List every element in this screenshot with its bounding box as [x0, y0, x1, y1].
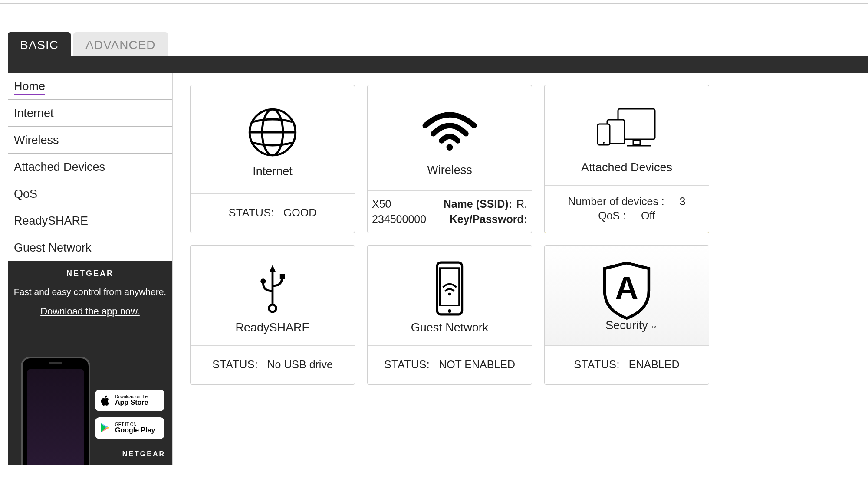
svg-text:A: A [615, 270, 638, 306]
card-title: ReadySHARE [235, 321, 309, 334]
svg-rect-8 [598, 124, 610, 145]
sidebar-item-label: Guest Network [14, 241, 92, 254]
sidebar-item-guest-network[interactable]: Guest Network [8, 234, 172, 261]
apple-icon [99, 394, 112, 406]
svg-point-17 [448, 309, 451, 313]
qos-label: QoS : [598, 210, 626, 222]
card-title: Security [605, 319, 648, 332]
sidebar: Home Internet Wireless Attached Devices … [8, 73, 173, 465]
sidebar-item-label: Attached Devices [14, 160, 105, 174]
card-title: Guest Network [411, 321, 489, 334]
top-tabs: BASIC ADVANCED [8, 32, 868, 56]
sidebar-item-label: QoS [14, 187, 37, 200]
promo-sub: Fast and easy control from anywhere. [13, 286, 167, 298]
sidebar-item-label: Home [14, 80, 45, 95]
card-internet[interactable]: Internet STATUS: GOOD [190, 85, 355, 233]
status-value: No USB drive [267, 358, 332, 371]
card-security[interactable]: A Security ™ STATUS: ENABLED [544, 245, 709, 385]
tab-basic[interactable]: BASIC [8, 32, 71, 56]
device-count-label: Number of devices : [568, 195, 664, 207]
card-title: Internet [253, 165, 293, 178]
security-shield-icon: A [598, 262, 655, 319]
svg-rect-5 [633, 140, 640, 144]
googleplay-icon [99, 422, 112, 434]
card-title: Attached Devices [581, 161, 672, 174]
usb-icon [253, 260, 292, 317]
status-value: NOT ENABLED [439, 358, 515, 371]
sidebar-item-label: ReadySHARE [14, 214, 88, 227]
trademark-icon: ™ [651, 324, 657, 331]
sidebar-item-attached-devices[interactable]: Attached Devices [8, 154, 172, 180]
sidebar-item-home[interactable]: Home [8, 73, 172, 100]
devices-icon [594, 100, 659, 157]
promo-panel: NETGEAR Fast and easy control from anywh… [8, 261, 172, 465]
status-label: STATUS: [212, 358, 258, 371]
status-value: GOOD [283, 206, 316, 219]
tab-advanced[interactable]: ADVANCED [73, 32, 168, 56]
sidebar-item-internet[interactable]: Internet [8, 100, 172, 127]
tabbar-strip [8, 56, 868, 73]
main-content: Internet STATUS: GOOD Wireless [173, 73, 868, 465]
wireless-key-value-left: 234500000 [372, 213, 426, 226]
svg-point-12 [269, 305, 276, 312]
status-label: STATUS: [384, 358, 430, 371]
promo-footer-brand: NETGEAR [122, 450, 165, 458]
status-value: ENABLED [629, 358, 680, 371]
card-readyshare[interactable]: ReadySHARE STATUS: No USB drive [190, 245, 355, 385]
googleplay-button[interactable]: GET IT ONGoogle Play [95, 417, 164, 439]
sidebar-item-wireless[interactable]: Wireless [8, 127, 172, 154]
appstore-button[interactable]: Download on theApp Store [95, 390, 164, 411]
appstore-big: App Store [115, 399, 148, 406]
card-attached-devices[interactable]: Attached Devices Number of devices : 3 Q… [544, 85, 709, 233]
svg-rect-14 [280, 274, 285, 279]
globe-icon [247, 104, 299, 160]
wifi-icon [421, 103, 478, 159]
card-title: Wireless [427, 164, 472, 177]
svg-point-9 [603, 142, 605, 144]
wireless-ssid-label: Name (SSID): [444, 198, 512, 210]
sidebar-item-readyshare[interactable]: ReadySHARE [8, 207, 172, 234]
card-guest-network[interactable]: Guest Network STATUS: NOT ENABLED [367, 245, 532, 385]
svg-marker-11 [270, 265, 276, 272]
promo-download-link[interactable]: Download the app now. [13, 306, 167, 317]
svg-point-18 [448, 292, 451, 295]
svg-point-3 [447, 144, 453, 151]
wireless-key-label: Key/Password: [450, 213, 527, 226]
qos-value: Off [641, 210, 655, 222]
sidebar-item-label: Wireless [14, 134, 59, 147]
svg-point-13 [260, 278, 266, 284]
status-label: STATUS: [574, 358, 620, 371]
play-big: Google Play [115, 427, 155, 434]
wireless-ssid-value-right: R. [516, 198, 527, 210]
promo-phone-image [21, 357, 90, 465]
guest-phone-icon [432, 260, 467, 317]
promo-brand: NETGEAR [13, 269, 167, 278]
sidebar-item-label: Internet [14, 107, 54, 120]
card-wireless[interactable]: Wireless X50 Name (SSID): R. 234500000 [367, 85, 532, 233]
device-count-value: 3 [680, 195, 686, 207]
status-label: STATUS: [229, 206, 274, 219]
sidebar-item-qos[interactable]: QoS [8, 180, 172, 207]
wireless-ssid-value-left: X50 [372, 198, 391, 210]
